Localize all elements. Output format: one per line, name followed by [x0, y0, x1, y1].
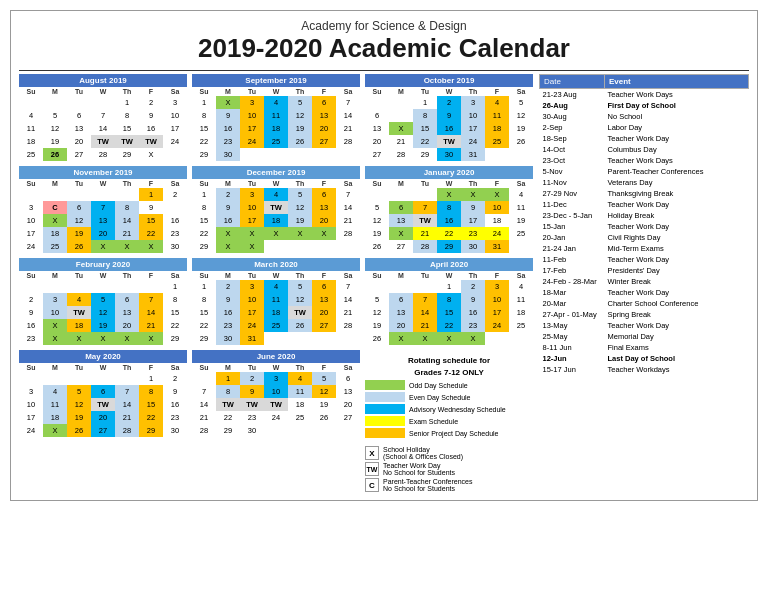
event-row: 27-29 Nov Thanksgiving Break: [540, 188, 749, 199]
cell: 15: [192, 122, 216, 135]
event-date: 23-Oct: [540, 155, 605, 166]
cell: 2: [437, 96, 461, 109]
event-desc: Teacher Work Day: [605, 221, 749, 232]
cell: 15: [437, 306, 461, 319]
cell: TW: [139, 135, 163, 148]
cell: TW: [240, 398, 264, 411]
cell: [91, 280, 115, 293]
cell: 10: [19, 398, 43, 411]
cell: X: [437, 332, 461, 345]
cell: 25: [509, 227, 533, 240]
cell: 12: [312, 385, 336, 398]
cell: 29: [139, 424, 163, 437]
cell: 14: [115, 398, 139, 411]
cell: 19: [365, 319, 389, 332]
cell: 24: [19, 240, 43, 253]
event-date: 20-Jan: [540, 232, 605, 243]
event-row: 25-May Memorial Day: [540, 331, 749, 342]
cell: 28: [413, 240, 437, 253]
cell: X: [43, 332, 67, 345]
cell: 15: [139, 398, 163, 411]
cell: 21: [192, 411, 216, 424]
cell: 1: [192, 188, 216, 201]
cell: [312, 240, 336, 253]
cell: 3: [461, 96, 485, 109]
event-row: 12-Jun Last Day of School: [540, 353, 749, 364]
cell: 24: [163, 135, 187, 148]
cell: 17: [163, 122, 187, 135]
event-desc: Teacher Workdays: [605, 364, 749, 375]
august-header: August 2019: [19, 74, 187, 87]
cell: [115, 372, 139, 385]
cell: 8: [437, 293, 461, 306]
cell: 23: [461, 227, 485, 240]
event-desc: Mid-Term Exams: [605, 243, 749, 254]
november-table: SuMTuWThFSa 1 2 3 C: [19, 179, 187, 253]
cell: TW: [115, 135, 139, 148]
even-day-color: [365, 392, 405, 402]
cell: 29: [192, 148, 216, 161]
c-label: Parent-Teacher ConferencesNo School for …: [383, 478, 473, 492]
event-row: 11-Feb Teacher Work Day: [540, 254, 749, 265]
cell: 26: [43, 148, 67, 161]
cell: X: [389, 227, 413, 240]
cell: 7: [192, 385, 216, 398]
event-date: 11-Dec: [540, 199, 605, 210]
odd-day-label: Odd Day Schedule: [409, 382, 468, 389]
cell: 11: [43, 398, 67, 411]
cell: 22: [139, 411, 163, 424]
cell: 25: [485, 135, 509, 148]
cell: 24: [461, 135, 485, 148]
cell: 17: [240, 214, 264, 227]
cell: [264, 148, 288, 161]
cell: 5: [312, 372, 336, 385]
cell: 13: [312, 201, 336, 214]
cell: 26: [365, 240, 389, 253]
cell: 12: [509, 109, 533, 122]
cell: 9: [139, 201, 163, 214]
january-table: SuMTuWThFSa X X X 4 5 6: [365, 179, 533, 253]
cell: 8: [163, 293, 187, 306]
event-desc: Thanksgiving Break: [605, 188, 749, 199]
cell: 21: [413, 319, 437, 332]
cell: 5: [288, 280, 312, 293]
february-calendar: February 2020 SuMTuWThFSa 1: [19, 258, 187, 345]
legend-advisory: Advisory Wednesday Schedule: [365, 404, 533, 414]
cell: 10: [43, 306, 67, 319]
event-date: 2-Sep: [540, 122, 605, 133]
event-row: 23-Dec - 5-Jan Holiday Break: [540, 210, 749, 221]
cell: 28: [389, 148, 413, 161]
cell: TW: [413, 214, 437, 227]
cell: 27: [312, 135, 336, 148]
cell: 26: [288, 319, 312, 332]
cell: [413, 280, 437, 293]
cell: 25: [264, 135, 288, 148]
cell: 4: [264, 188, 288, 201]
cell: 3: [19, 201, 43, 214]
september-calendar: September 2019 SuMTuWThFSa 1 X 3 4 5 6 7: [192, 74, 360, 161]
cell: 2: [216, 280, 240, 293]
cell: 25: [288, 411, 312, 424]
cell: 23: [240, 411, 264, 424]
cell: 6: [389, 201, 413, 214]
cell: 6: [67, 201, 91, 214]
middle-calendar-row: November 2019 SuMTuWThFSa 1 2: [19, 166, 533, 258]
cell: 4: [264, 280, 288, 293]
cell: 26: [67, 240, 91, 253]
cell: 2: [461, 280, 485, 293]
cell: 2: [19, 293, 43, 306]
cell: 1: [437, 280, 461, 293]
cell: 28: [336, 135, 360, 148]
cell: 19: [288, 122, 312, 135]
cell: 26: [67, 424, 91, 437]
cell: 4: [43, 385, 67, 398]
june-calendar: June 2020 SuMTuWThFSa 1 2 3 4 5 6: [192, 350, 360, 487]
cell: 9: [163, 385, 187, 398]
event-date: 24-Feb - 28-Mar: [540, 276, 605, 287]
exam-label: Exam Schedule: [409, 418, 458, 425]
event-row: 21-24 Jan Mid-Term Exams: [540, 243, 749, 254]
cell: 8: [437, 201, 461, 214]
cell: 31: [240, 332, 264, 345]
cell: 20: [312, 214, 336, 227]
cell: 14: [139, 306, 163, 319]
